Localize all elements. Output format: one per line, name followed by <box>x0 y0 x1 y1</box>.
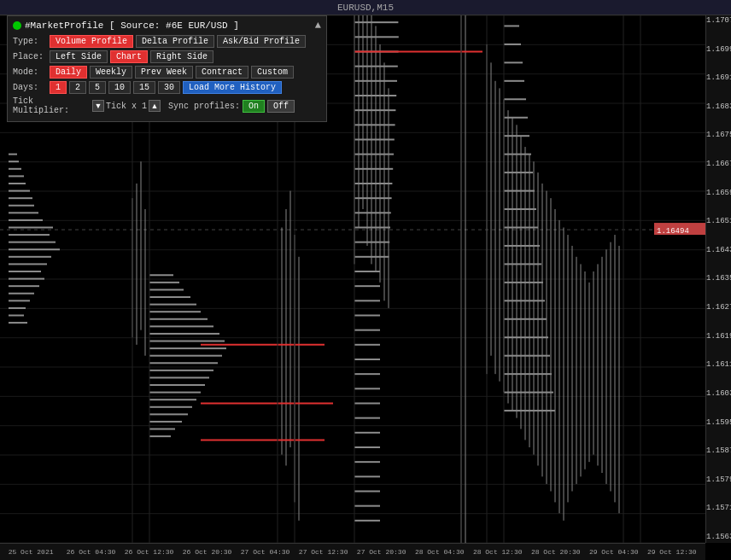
status-dot <box>13 21 21 30</box>
type-label: Type: <box>13 37 47 46</box>
tick-row: Tick Multiplier: ▼ Tick x 1 ▲ Sync profi… <box>13 96 321 115</box>
chart-button[interactable]: Chart <box>110 50 148 63</box>
price-label: 1.16279 <box>706 304 731 312</box>
day-15-button[interactable]: 15 <box>133 81 155 94</box>
tick-value: Tick x 1 <box>106 102 147 111</box>
day-5-button[interactable]: 5 <box>89 81 106 94</box>
price-label: 1.15799 <box>706 476 731 484</box>
prev-week-button[interactable]: Prev Week <box>135 66 193 79</box>
control-panel: #MarketProfile [ Source: #6E EUR/USD ] ▲… <box>7 15 327 122</box>
price-label: 1.15639 <box>706 534 731 541</box>
price-label: 1.17079 <box>706 17 731 25</box>
day-2-button[interactable]: 2 <box>69 81 86 94</box>
askbid-profile-button[interactable]: Ask/Bid Profile <box>217 35 306 48</box>
price-label: 1.16199 <box>706 333 731 341</box>
price-label: 1.16039 <box>706 390 731 398</box>
price-label: 1.16759 <box>706 131 731 139</box>
tick-spin-control: ▼ Tick x 1 ▲ <box>92 100 161 112</box>
mode-label: Mode: <box>13 67 47 77</box>
time-axis: 25 Oct 202126 Oct 04:3026 Oct 12:3026 Oc… <box>0 543 705 560</box>
time-label: 26 Oct 20:30 <box>183 548 232 556</box>
time-label: 29 Oct 04:30 <box>589 548 639 556</box>
load-more-button[interactable]: Load More History <box>183 81 282 94</box>
price-label: 1.15959 <box>706 419 731 427</box>
price-scale: 1.170791.169991.169191.168391.167591.166… <box>705 15 731 543</box>
price-label: 1.15879 <box>706 447 731 455</box>
panel-title: #MarketProfile [ Source: #6E EUR/USD ] <box>13 20 239 31</box>
price-label: 1.16439 <box>706 247 731 254</box>
type-row: Type: Volume Profile Delta Profile Ask/B… <box>13 35 321 48</box>
panel-header: #MarketProfile [ Source: #6E EUR/USD ] ▲ <box>13 20 321 32</box>
day-30-button[interactable]: 30 <box>158 81 180 94</box>
sync-label: Sync profiles: <box>168 102 240 111</box>
mode-row: Mode: Daily Weekly Prev Week Contract Cu… <box>13 66 321 79</box>
tick-down-button[interactable]: ▼ <box>92 100 104 112</box>
price-label: 1.16679 <box>706 160 731 168</box>
place-row: Place: Left Side Chart Right Side <box>13 50 321 63</box>
days-row: Days: 1 2 5 10 15 30 Load More History <box>13 81 321 94</box>
chart-title: EURUSD,M15 <box>337 3 394 13</box>
price-label: 1.16519 <box>706 218 731 225</box>
title-bar: EURUSD,M15 <box>0 0 731 15</box>
volume-profile-button[interactable]: Volume Profile <box>50 35 133 48</box>
price-label: 1.16119 <box>706 361 731 369</box>
price-label: 1.16359 <box>706 275 731 283</box>
right-side-button[interactable]: Right Side <box>150 50 213 63</box>
weekly-button[interactable]: Weekly <box>90 66 132 79</box>
time-label: 25 Oct 2021 <box>9 548 54 556</box>
day-1-button[interactable]: 1 <box>50 81 67 94</box>
close-icon[interactable]: ▲ <box>315 20 321 32</box>
time-label: 27 Oct 12:30 <box>299 548 348 556</box>
daily-button[interactable]: Daily <box>50 66 87 79</box>
price-label: 1.16919 <box>706 74 731 82</box>
delta-profile-button[interactable]: Delta Profile <box>136 35 214 48</box>
time-label: 28 Oct 20:30 <box>531 548 581 556</box>
time-label: 27 Oct 04:30 <box>241 548 290 556</box>
price-label: 1.16999 <box>706 46 731 54</box>
time-label: 28 Oct 12:30 <box>473 548 523 556</box>
price-label: 1.16599 <box>706 190 731 197</box>
place-label: Place: <box>13 52 47 61</box>
custom-button[interactable]: Custom <box>251 66 294 79</box>
days-label: Days: <box>13 83 47 92</box>
tick-up-button[interactable]: ▲ <box>149 100 161 112</box>
price-label: 1.16839 <box>706 103 731 111</box>
time-label: 28 Oct 04:30 <box>415 548 465 556</box>
tick-multiplier-label: Tick Multiplier: <box>13 96 90 115</box>
sync-off-button[interactable]: Off <box>267 100 295 113</box>
time-label: 26 Oct 12:30 <box>125 548 174 556</box>
price-label: 1.15719 <box>706 505 731 512</box>
time-label: 27 Oct 20:30 <box>357 548 406 556</box>
time-label: 26 Oct 04:30 <box>67 548 116 556</box>
left-side-button[interactable]: Left Side <box>50 50 108 63</box>
contract-button[interactable]: Contract <box>196 66 249 79</box>
sync-on-button[interactable]: On <box>243 100 265 113</box>
time-label: 29 Oct 12:30 <box>647 548 697 556</box>
day-10-button[interactable]: 10 <box>108 81 131 94</box>
